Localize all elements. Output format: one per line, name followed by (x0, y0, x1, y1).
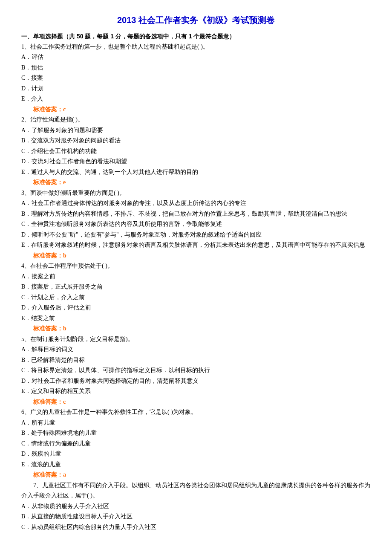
question-option: A．所有儿童 (21, 418, 371, 428)
question-option: D．介入服务后，评估之前 (21, 303, 371, 313)
question-option: D．残疾的儿童 (21, 449, 371, 460)
question-option: D．倾听时不公要"听"，还要有"参与''，与服务对象互动，对服务对象的叙述给予适… (21, 230, 371, 240)
question-option: A．评估 (21, 52, 371, 63)
standard-answer: 标准答案：c (21, 397, 371, 408)
question-option: B．从直接的物质性建设目标人手介入社区 (21, 512, 371, 522)
questions-container: 1、社会工作实务过程的第一步，也是整个助人过程的基础和起点是( )。A．评估B．… (21, 42, 371, 533)
question-stem: 3、面谈中做好倾听最重要的方面是( )。 (21, 188, 371, 199)
question-option: C．介绍社会工作机构的功能 (21, 146, 371, 157)
question-option: E．在听服务对象叙述的时候，注意服务对象的语言及相关肢体语言，分析其未表达出来的… (21, 240, 371, 251)
standard-answer: 标准答案：c (21, 104, 371, 115)
standard-answer: 标准答案：b (21, 324, 371, 334)
question-option: E．介入 (21, 94, 371, 104)
question-option: B．接案后，正式展开服务之前 (21, 282, 371, 292)
question-option: D．对社会工作者和服务对象共同选择确定的目的，清楚阐释其意义 (21, 376, 371, 387)
standard-answer: 标准答案：a (21, 470, 371, 480)
question-option: E．结案之前 (21, 313, 371, 324)
question-option: B．已经解释清楚的目标 (21, 355, 371, 366)
question-option: B．处于特殊困难境地的儿童 (21, 428, 371, 439)
section-header: 一、单项选择题（共 50 题，每题 1 分，每题的备选项中，只有 1 个最符合题… (21, 31, 371, 42)
question-option: E．流浪的儿童 (21, 460, 371, 470)
question-option: B．理解对方所传达的内容和情感，不排斥、不歧视，把自己放在对方的位置上来思考，鼓… (21, 209, 371, 220)
standard-answer: 标准答案：e (21, 177, 371, 188)
question-option: A．解释目标的词义 (21, 344, 371, 355)
question-option: C．全神贯注地倾听服务对象所表达的内容及其所使用的言辞，争取能够复述 (21, 219, 371, 230)
question-option: A．接案之前 (21, 272, 371, 282)
question-option: C．将目标界定清楚，以具体、可操作的指标定义目标．以利目标的执行 (21, 365, 371, 376)
question-option: A．社会工作者通过身体传达的对服务对象的专注，以及从态度上所传达的内心的专注 (21, 198, 371, 209)
question-option: B．交流双方对服务对象的问题的看法 (21, 136, 371, 146)
question-stem: 2、治疗性沟通是指( )。 (21, 115, 371, 125)
question-option: E．通过人与人的交流、沟通，达到一个人对其他人进行帮助的目的 (21, 167, 371, 178)
question-stem: 6、广义的儿童社会工作是一种事先补救性工作，它是以( )为对象。 (21, 407, 371, 418)
standard-answer: 标准答案：b (21, 251, 371, 261)
question-option: E．定义和目标的相互关系 (21, 386, 371, 397)
question-stem: 1、社会工作实务过程的第一步，也是整个助人过程的基础和起点是( )。 (21, 42, 371, 52)
question-option: D．计划 (21, 84, 371, 94)
question-option: C．情绪或行为偏差的儿童 (21, 439, 371, 449)
question-option: B．预估 (21, 63, 371, 73)
question-option: D．交流对社会工作者角色的看法和期望 (21, 156, 371, 167)
question-option: C．从动员组织社区内综合服务的力量人手介入社区 (21, 522, 371, 533)
question-stem: 5、在制订服务计划阶段，定义目标是指)。 (21, 334, 371, 345)
page-title: 2013 社会工作者实务《初级》考试预测卷 (21, 13, 371, 28)
question-option: A．从非物质的服务人手介入社区 (21, 501, 371, 512)
question-option: C．接案 (21, 73, 371, 84)
question-stem: 7、儿童社区工作有不同的介入手段。以组织、动员社区内各类社会团体和居民组织为儿童… (21, 480, 371, 501)
question-stem: 4、在社会工作程序中预估处于( )。 (21, 261, 371, 272)
question-option: C．计划之后，介入之前 (21, 292, 371, 303)
question-option: A．了解服务对象的问题和需要 (21, 125, 371, 136)
